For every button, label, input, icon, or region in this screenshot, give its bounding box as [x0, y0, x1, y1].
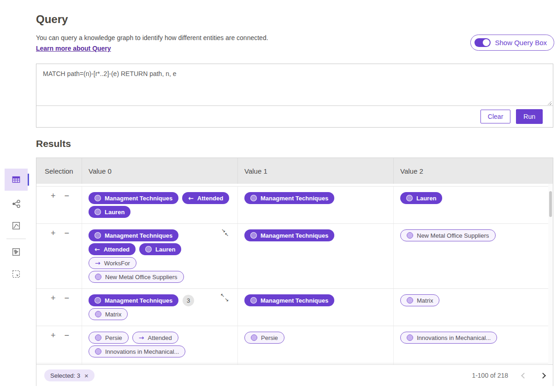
query-actions: Clear Run: [36, 106, 553, 127]
add-selection-button[interactable]: +: [51, 230, 56, 236]
entity-pill[interactable]: Persie: [89, 332, 129, 344]
pill-line: Lauren: [400, 192, 442, 204]
table-icon: [11, 175, 21, 185]
pill-label: Persie: [261, 334, 278, 341]
map-view-button[interactable]: [5, 243, 28, 261]
table-footer: Selected: 3 × 1-100 of 218: [36, 364, 553, 386]
entity-pill[interactable]: Innovations in Mechanical...: [89, 345, 185, 357]
collapse-cell-icon[interactable]: ↘↖: [221, 228, 229, 237]
page-title: Query: [36, 13, 68, 26]
node-icon: [95, 311, 101, 317]
node-icon: [95, 195, 101, 201]
pill-label: Managment Techniques: [261, 195, 328, 202]
entity-pill[interactable]: Matrix: [89, 308, 128, 320]
entity-pill[interactable]: Managment Techniques: [89, 192, 178, 204]
value-cell-2: Matrix: [393, 289, 553, 326]
show-query-box-toggle[interactable]: Show Query Box: [470, 35, 554, 51]
node-icon: [406, 195, 413, 201]
pill-label: Managment Techniques: [105, 195, 172, 202]
link-chart-view-button[interactable]: [5, 194, 28, 213]
pill-line: Managment Techniques: [244, 294, 334, 306]
entity-pill[interactable]: Lauren: [139, 243, 181, 255]
entity-pill[interactable]: Managment Techniques: [244, 294, 334, 306]
pill-label: Managment Techniques: [105, 232, 172, 239]
learn-more-link[interactable]: Learn more about Query: [36, 45, 111, 52]
relationship-pill[interactable]: ←Attended: [182, 192, 229, 204]
node-icon: [250, 232, 257, 239]
pill-label: New Metal Office Suppliers: [105, 274, 178, 281]
value-cell-0: Managment Techniques←AttendedLauren→Work…: [82, 224, 237, 288]
arrow-right-icon: →: [95, 260, 101, 266]
entity-pill[interactable]: Managment Techniques: [244, 229, 334, 241]
value-cell-1: Managment Techniques: [237, 224, 393, 288]
entity-pill[interactable]: Matrix: [400, 294, 439, 306]
run-button[interactable]: Run: [516, 109, 543, 124]
node-icon: [95, 297, 101, 304]
entity-pill[interactable]: Lauren: [400, 192, 442, 204]
selected-count-label: Selected: 3: [50, 372, 80, 379]
pill-label: Managment Techniques: [105, 297, 172, 304]
pill-line: Managment Techniques: [244, 192, 334, 204]
remove-selection-button[interactable]: −: [65, 230, 70, 236]
add-selection-button[interactable]: +: [51, 295, 56, 301]
node-icon: [407, 334, 413, 341]
column-header-value2: Value 2: [393, 158, 553, 184]
query-input[interactable]: MATCH path=(n)-[r*..2]-(e) RETURN path, …: [36, 64, 553, 106]
table-view-button[interactable]: [5, 169, 28, 191]
entity-pill[interactable]: New Metal Office Suppliers: [400, 229, 496, 241]
value-cell-1: Managment Techniques: [237, 289, 393, 326]
value-cell-1: Persie: [237, 326, 393, 363]
value-cell-2: [393, 363, 553, 364]
toggle-switch-icon[interactable]: [474, 38, 491, 47]
node-icon: [407, 232, 413, 239]
entity-pill[interactable]: Managment Techniques: [244, 192, 334, 204]
count-badge[interactable]: 3: [183, 295, 194, 306]
chart-icon: [11, 221, 21, 231]
column-header-value0: Value 0: [82, 158, 237, 184]
remove-selection-button[interactable]: −: [65, 332, 70, 339]
pill-label: Innovations in Mechanical...: [417, 334, 491, 341]
entity-pill[interactable]: New Metal Office Suppliers: [89, 271, 184, 283]
entity-pill[interactable]: Managment Techniques: [89, 229, 178, 241]
pill-label: Innovations in Mechanical...: [105, 348, 179, 355]
entity-pill[interactable]: Lauren: [89, 206, 130, 218]
selection-cell: +−: [36, 224, 82, 288]
scrollbar-thumb[interactable]: [549, 191, 552, 217]
add-selection-button[interactable]: +: [51, 193, 56, 199]
pill-label: Attended: [197, 195, 223, 202]
value-cell-0: Managment Techniques←AttendedLauren: [82, 187, 237, 223]
clear-button[interactable]: Clear: [480, 110, 510, 123]
relationship-pill[interactable]: →WorksFor: [89, 257, 136, 269]
pill-line: Persie: [244, 332, 284, 344]
remove-selection-button[interactable]: −: [65, 193, 70, 199]
query-panel: MATCH path=(n)-[r*..2]-(e) RETURN path, …: [36, 64, 553, 128]
next-page-button[interactable]: [540, 373, 546, 379]
pill-label: Matrix: [417, 297, 433, 304]
pill-label: New Metal Office Suppliers: [417, 232, 489, 239]
relationship-pill[interactable]: →Attended: [132, 332, 178, 344]
table-row: +−Persie→AttendedInnovations in Mechanic…: [36, 326, 553, 363]
relationship-pill[interactable]: ←Attended: [89, 243, 136, 255]
value-cell-1: Managment Techniques: [237, 187, 393, 223]
pagination-range: 1-100 of 218: [472, 372, 508, 379]
expand-cell-icon[interactable]: ↖↘: [220, 293, 229, 302]
remove-selection-button[interactable]: −: [65, 295, 70, 301]
entity-pill[interactable]: Persie: [244, 332, 284, 344]
pill-line: Managment Techniques: [89, 229, 178, 241]
value-cell-0: Managment Techniques3Matrix↖↘: [82, 289, 237, 326]
pill-line: Matrix: [400, 294, 439, 306]
chart-view-button[interactable]: [5, 216, 28, 235]
pill-label: Attended: [148, 334, 172, 341]
select-area-view-button[interactable]: [5, 265, 28, 283]
clear-selection-icon[interactable]: ×: [84, 372, 89, 379]
table-scrollbar[interactable]: [548, 184, 553, 364]
previous-page-button[interactable]: [521, 373, 527, 379]
add-selection-button[interactable]: +: [51, 332, 56, 339]
entity-pill[interactable]: Innovations in Mechanical...: [400, 332, 497, 344]
entity-pill[interactable]: Managment Techniques: [89, 294, 178, 306]
pill-label: Attended: [104, 246, 130, 253]
pill-label: Managment Techniques: [261, 297, 328, 304]
pill-line: Persie→Attended: [89, 332, 178, 344]
node-icon: [251, 334, 257, 341]
value-cell-2: New Metal Office Suppliers: [393, 224, 553, 288]
